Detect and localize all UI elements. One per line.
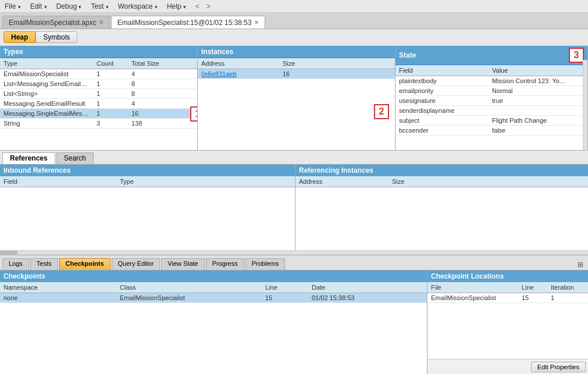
state-row-6[interactable]: bccsender false [395, 126, 587, 136]
referencing-header: Referencing Instances [295, 165, 588, 176]
instances-header: Instances [198, 46, 395, 58]
state-header: State 3 [395, 46, 587, 65]
tab-apxc-close[interactable]: ✕ [99, 19, 104, 26]
tab-problems[interactable]: Problems [245, 258, 285, 270]
tab-query-editor[interactable]: Query Editor [112, 258, 161, 270]
instance-row-1[interactable]: 0x6e831aeb 16 [198, 69, 395, 79]
type-row-6[interactable]: String 3 138 [0, 119, 197, 129]
cploc-col-headers: File Line Iteration [427, 282, 588, 293]
instances-col-addr: Address [198, 59, 279, 67]
ref-content: Inbound References Field Type Referencin… [0, 165, 588, 250]
checkpoint-row-1[interactable]: none EmailMissionSpecialist 15 01/02 15:… [0, 293, 427, 303]
types-col-type: Type [0, 59, 93, 67]
state-row-2[interactable]: emailpriority Normal [395, 86, 587, 96]
types-panel: Types Type Count Total Size EmailMission… [0, 46, 198, 150]
cp-col-date: Date [308, 283, 427, 291]
types-header: Types [0, 46, 197, 58]
checkpoints-col-headers: Namespace Class Line Date [0, 282, 427, 293]
expand-icon[interactable]: ⊞ [575, 259, 586, 270]
types-table: EmailMissionSpecialist 1 4 List<Messagin… [0, 69, 197, 150]
checkpoint-locations-header: Checkpoint Locations [427, 270, 588, 282]
tab-debug-close[interactable]: ✕ [254, 19, 259, 26]
state-row-5[interactable]: subject Flight Path Change [395, 116, 587, 126]
inbound-body [0, 187, 295, 250]
inbound-col-type: Type [116, 177, 295, 186]
main-content: Types Type Count Total Size EmailMission… [0, 46, 588, 374]
edit-properties-bar: Edit Properties [427, 359, 588, 374]
menu-debug[interactable]: Debug ▾ [54, 2, 84, 11]
instances-col-size: Size [279, 59, 326, 67]
cp-col-class: Class [116, 283, 262, 291]
refs-scrollbar-thumb [0, 251, 17, 255]
bottom-tabs: Logs Tests Checkpoints Query Editor View… [0, 255, 588, 270]
menu-workspace[interactable]: Workspace ▾ [116, 2, 160, 11]
tab-tests[interactable]: Tests [30, 258, 58, 270]
symbols-button[interactable]: Symbols [35, 31, 77, 43]
menubar: File ▾ Edit ▾ Debug ▾ Test ▾ Workspace ▾… [0, 0, 588, 13]
types-col-count: Count [93, 59, 128, 67]
instances-table: 0x6e831aeb 16 [198, 69, 395, 150]
checkpoint-locations: Checkpoint Locations File Line Iteration… [427, 270, 588, 374]
nav-prev[interactable]: < [195, 2, 199, 10]
ref-tab-search[interactable]: Search [56, 152, 94, 164]
state-col-headers: Field Value [395, 65, 587, 76]
badge-3: 3 [569, 48, 584, 63]
nav-next[interactable]: > [206, 2, 211, 10]
ref-tab-references[interactable]: References [2, 152, 55, 164]
referencing-body [295, 187, 588, 250]
heap-button[interactable]: Heap [3, 31, 35, 43]
tab-checkpoints[interactable]: Checkpoints [59, 258, 111, 270]
tab-debug-label: EmailMissionSpecialist:15@01/02 15:38:53 [117, 19, 252, 27]
type-row-1[interactable]: EmailMissionSpecialist 1 4 [0, 69, 197, 79]
state-scrollbar[interactable] [583, 60, 587, 150]
bottom-panel: Checkpoints Namespace Class Line Date no… [0, 270, 588, 374]
state-panel: State 3 Field Value plaintextbody Missio… [395, 46, 588, 150]
checkpoints-section: Checkpoints Namespace Class Line Date no… [0, 270, 427, 374]
edit-properties-button[interactable]: Edit Properties [531, 362, 586, 372]
badge-1: 1 [190, 106, 197, 122]
tab-debug-session[interactable]: EmailMissionSpecialist:15@01/02 15:38:53… [111, 16, 265, 29]
cploc-table: EmailMissionSpecialist 15 1 [427, 293, 588, 359]
tab-progress[interactable]: Progress [206, 258, 244, 270]
badge-2: 2 [374, 104, 389, 119]
cp-col-namespace: Namespace [0, 283, 116, 291]
instances-panel: Instances Address Size 0x6e831aeb 16 2 [198, 46, 395, 150]
menu-file[interactable]: File ▾ [2, 2, 23, 11]
cploc-col-line: Line [518, 283, 547, 291]
menu-help[interactable]: Help ▾ [165, 2, 188, 11]
type-row-4[interactable]: Messaging.SendEmailResult 1 4 [0, 99, 197, 109]
referencing-col-addr: Address [295, 177, 389, 186]
type-row-3[interactable]: List<String> 1 8 [0, 89, 197, 99]
ref-right: Referencing Instances Address Size [295, 165, 588, 250]
cploc-col-iteration: Iteration [547, 283, 588, 291]
tab-logs[interactable]: Logs [2, 258, 29, 270]
menu-edit[interactable]: Edit ▾ [28, 2, 49, 11]
tab-apxc[interactable]: EmailMissionSpecialist.apxc ✕ [2, 16, 110, 29]
type-row-2[interactable]: List<Messaging.SendEmailRes... 1 8 [0, 79, 197, 89]
referencing-col-size: Size [389, 177, 588, 186]
top-panel: Types Type Count Total Size EmailMission… [0, 46, 588, 151]
refs-scrollbar[interactable] [0, 250, 588, 255]
file-tabbar: EmailMissionSpecialist.apxc ✕ EmailMissi… [0, 13, 588, 29]
types-col-headers: Type Count Total Size [0, 58, 197, 69]
cploc-row-1[interactable]: EmailMissionSpecialist 15 1 [427, 293, 588, 303]
references-panel: References Search Inbound References Fie… [0, 151, 588, 255]
state-col-field: Field [395, 66, 489, 74]
tab-view-state[interactable]: View State [161, 258, 204, 270]
state-col-value: Value [489, 66, 587, 74]
instances-col-headers: Address Size [198, 58, 395, 69]
menu-test[interactable]: Test ▾ [88, 2, 111, 11]
ref-tabs: References Search [0, 151, 588, 165]
types-col-size: Total Size [128, 59, 174, 67]
cp-col-line: Line [262, 283, 308, 291]
state-row-4[interactable]: senderdisplayname [395, 106, 587, 116]
inbound-header: Inbound References [0, 165, 295, 176]
state-row-1[interactable]: plaintextbody Mission Control 123: Yo... [395, 76, 587, 86]
inbound-col-field: Field [0, 177, 116, 186]
checkpoints-section-header: Checkpoints [0, 270, 427, 282]
type-row-5[interactable]: Messaging.SingleEmailMessage 1 16 1 [0, 109, 197, 119]
state-row-3[interactable]: usesignature true [395, 96, 587, 106]
view-buttons: Heap Symbols [0, 29, 588, 46]
state-table: plaintextbody Mission Control 123: Yo...… [395, 76, 587, 150]
checkpoints-table: none EmailMissionSpecialist 15 01/02 15:… [0, 293, 427, 374]
